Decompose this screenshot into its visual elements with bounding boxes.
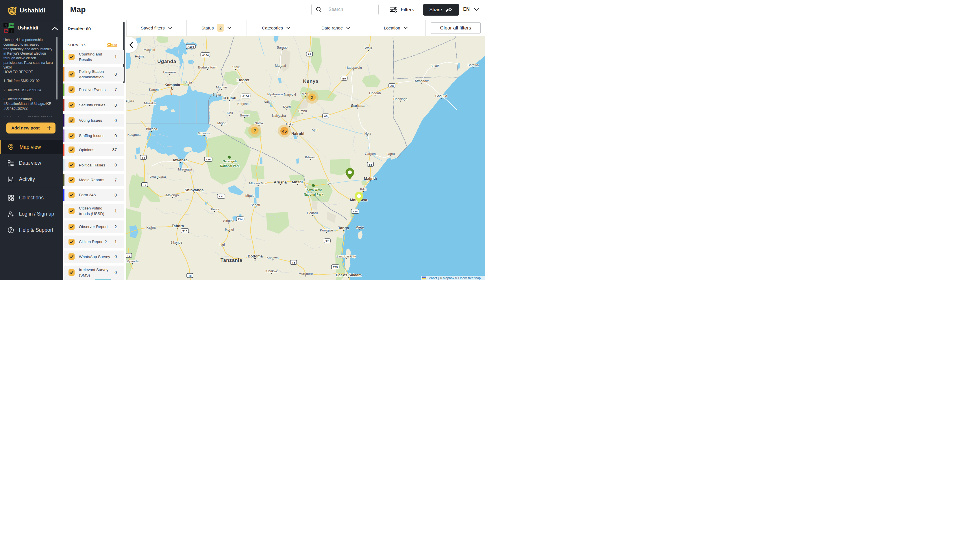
svg-text:A14: A14 <box>353 210 358 213</box>
svg-text:2: 2 <box>311 95 313 100</box>
svg-text:Bu'ale: Bu'ale <box>430 64 440 68</box>
svg-text:A104: A104 <box>242 95 249 98</box>
svg-text:Tanga: Tanga <box>338 226 349 230</box>
svg-text:Musoma: Musoma <box>198 132 211 135</box>
svg-text:Voi: Voi <box>328 182 332 185</box>
svg-text:Luweero: Luweero <box>163 70 176 74</box>
svg-text:Morogoro: Morogoro <box>298 272 313 275</box>
svg-text:T36: T36 <box>206 158 210 161</box>
svg-text:Kenya: Kenya <box>303 78 318 84</box>
svg-text:Tabora: Tabora <box>172 223 184 228</box>
svg-text:Mbulu: Mbulu <box>245 194 254 197</box>
svg-text:Garissa: Garissa <box>351 103 365 108</box>
svg-text:Afmadow: Afmadow <box>415 79 429 83</box>
svg-text:A104: A104 <box>202 53 209 57</box>
svg-text:Hedaru: Hedaru <box>307 211 318 215</box>
svg-text:B9: B9 <box>342 77 346 80</box>
svg-text:T8: T8 <box>188 274 191 277</box>
svg-text:Naivasha: Naivasha <box>272 114 286 117</box>
svg-text:Hola: Hola <box>365 132 372 135</box>
svg-text:Lamu: Lamu <box>387 152 395 155</box>
svg-text:Hoosingo: Hoosingo <box>393 97 408 100</box>
svg-text:Tanzania: Tanzania <box>220 257 242 263</box>
svg-text:Tsavo West: Tsavo West <box>305 188 322 192</box>
svg-text:Wajir: Wajir <box>365 46 372 50</box>
svg-text:Ikungi: Ikungi <box>225 228 234 231</box>
svg-text:Kibwezi: Kibwezi <box>305 155 317 159</box>
svg-text:Nyahururu: Nyahururu <box>267 92 283 96</box>
svg-text:T35: T35 <box>333 265 338 269</box>
svg-text:Wete: Wete <box>356 226 364 229</box>
svg-text:T37: T37 <box>219 195 223 198</box>
svg-text:Jinja: Jinja <box>185 81 192 84</box>
svg-text:Mpanda: Mpanda <box>127 260 139 263</box>
svg-text:Nakuru: Nakuru <box>263 100 274 103</box>
svg-text:Kaliua: Kaliua <box>147 226 156 229</box>
svg-text:A104: A104 <box>188 45 194 48</box>
svg-text:Eldoret: Eldoret <box>237 78 250 82</box>
svg-text:Nairobi: Nairobi <box>292 132 304 136</box>
svg-text:Shinyanga: Shinyanga <box>185 188 204 192</box>
svg-text:T4: T4 <box>142 156 145 159</box>
svg-text:Majengo: Majengo <box>166 193 178 197</box>
svg-text:A2: A2 <box>308 53 311 56</box>
svg-text:Dar es-Salaam: Dar es-Salaam <box>336 273 362 277</box>
svg-text:Moshi: Moshi <box>292 180 303 184</box>
svg-text:Singida: Singida <box>223 219 234 222</box>
svg-text:Maralal: Maralal <box>275 64 286 67</box>
svg-text:Kanoni: Kanoni <box>149 88 160 91</box>
svg-text:Siaya: Siaya <box>213 93 221 96</box>
svg-text:Gaduud: Gaduud <box>435 94 447 98</box>
svg-text:Masindi: Masindi <box>143 48 155 52</box>
svg-text:Habaswein: Habaswein <box>345 66 362 69</box>
svg-text:Lwamgasa: Lwamgasa <box>150 175 166 178</box>
svg-text:Migori: Migori <box>217 122 226 125</box>
svg-text:Kayanga: Kayanga <box>127 133 141 137</box>
svg-text:Kisii: Kisii <box>227 111 233 115</box>
svg-text:Barawa: Barawa <box>468 63 479 67</box>
svg-text:Babati: Babati <box>251 203 260 207</box>
svg-text:Mto wa Mbu: Mto wa Mbu <box>249 182 267 185</box>
svg-text:Kisumu: Kisumu <box>223 96 237 100</box>
svg-text:Kongwa: Kongwa <box>267 256 278 260</box>
svg-text:T9: T9 <box>127 254 130 257</box>
svg-text:2: 2 <box>253 128 256 133</box>
svg-text:Zanzibar City: Zanzibar City <box>337 255 356 258</box>
svg-text:kashara: kashara <box>126 99 134 102</box>
svg-text:T3: T3 <box>143 183 146 187</box>
svg-text:Mumias: Mumias <box>216 85 228 89</box>
svg-text:Baragoi: Baragoi <box>277 46 288 49</box>
svg-text:Uganda: Uganda <box>157 59 176 64</box>
svg-text:Kericho: Kericho <box>237 102 248 105</box>
svg-text:45: 45 <box>282 128 287 133</box>
svg-text:Mwanza: Mwanza <box>173 158 188 162</box>
svg-text:A3: A3 <box>324 115 327 118</box>
svg-text:T18: T18 <box>182 230 187 233</box>
svg-text:Kilifi: Kilifi <box>360 188 366 191</box>
svg-text:A3: A3 <box>390 84 394 88</box>
svg-text:Bukoba: Bukoba <box>146 127 158 131</box>
svg-text:T14: T14 <box>238 218 243 221</box>
svg-text:T3: T3 <box>292 261 295 264</box>
svg-text:Misungwi: Misungwi <box>178 168 192 171</box>
svg-text:Embu: Embu <box>298 109 307 113</box>
svg-text:Kitale: Kitale <box>232 65 240 69</box>
svg-text:Nyeri: Nyeri <box>283 105 291 108</box>
svg-text:Kampala: Kampala <box>165 83 180 87</box>
svg-text:Kibakwe: Kibakwe <box>265 269 278 273</box>
svg-text:Dadaab: Dadaab <box>369 91 381 95</box>
svg-text:Masaka: Masaka <box>144 102 156 105</box>
svg-text:Bomet: Bomet <box>240 113 250 117</box>
svg-text:T2: T2 <box>325 240 328 243</box>
svg-text:Budaka town: Budaka town <box>198 66 217 69</box>
svg-text:Garsen: Garsen <box>365 152 376 155</box>
svg-text:Kitui: Kitui <box>312 128 318 132</box>
svg-text:Malindi: Malindi <box>364 176 377 181</box>
svg-text:B8: B8 <box>368 163 372 166</box>
svg-text:Sikonge: Sikonge <box>170 241 182 244</box>
svg-text:National Park: National Park <box>304 193 323 196</box>
svg-text:National Park: National Park <box>220 164 239 168</box>
svg-text:Serengeti: Serengeti <box>223 160 237 163</box>
svg-text:Dodoma: Dodoma <box>248 254 263 258</box>
svg-text:Nanyuki: Nanyuki <box>284 93 296 96</box>
